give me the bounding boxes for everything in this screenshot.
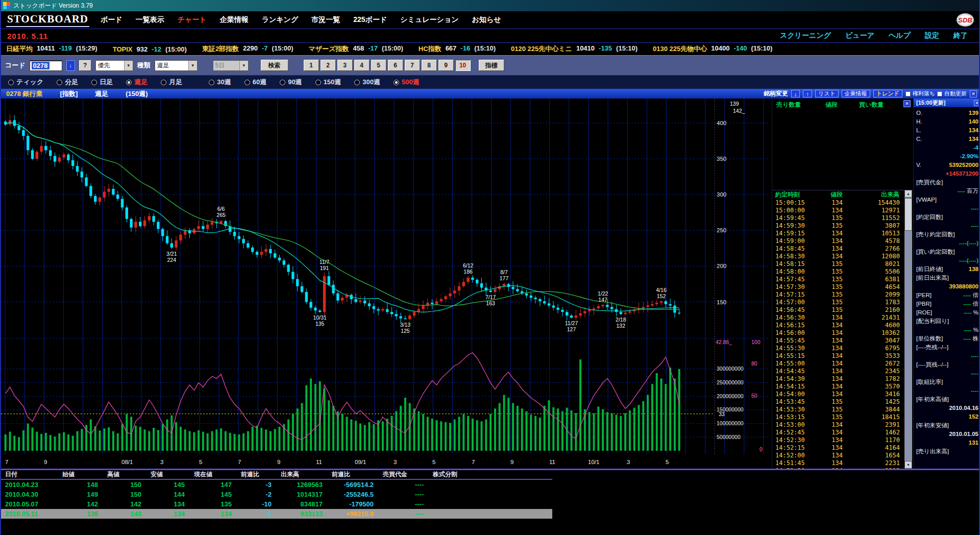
chart-page-button[interactable]: 3 — [337, 60, 353, 71]
history-table-header: 日付始値高値安値現在値前週比出来高前週比売買代金株式分割 — [1, 470, 552, 480]
timeframe-radio[interactable]: 30週 — [209, 78, 231, 87]
radio-icon[interactable] — [8, 80, 14, 85]
priority-dropdown[interactable]: 優先▼ — [95, 60, 133, 71]
header-checkbox[interactable]: 権利落ち — [905, 90, 935, 98]
code-input[interactable]: 0278 — [30, 60, 62, 71]
change-symbol-label[interactable]: 銘柄変更 — [764, 89, 788, 98]
symbol-down-button[interactable]: ↓ — [791, 90, 800, 98]
ticker-change: -16 — [460, 44, 470, 54]
chart-page-button[interactable]: 9 — [438, 60, 454, 71]
timeframe-radio[interactable]: 90週 — [280, 78, 302, 87]
svg-text:3: 3 — [160, 459, 163, 465]
radio-icon[interactable] — [244, 80, 250, 85]
radio-icon[interactable] — [57, 80, 62, 85]
ticker-item: 0120 225先中心ミニ10410-135(15:10) — [511, 44, 638, 54]
symbol-up-button[interactable]: ↑ — [803, 90, 812, 98]
menu-item[interactable]: チャート — [178, 15, 207, 25]
timeframe-radio[interactable]: 150週 — [315, 78, 341, 87]
order-panel-close-icon[interactable]: ✕ — [903, 100, 911, 107]
timeframe-radio[interactable]: 日足 — [91, 78, 113, 87]
dropdown-arrow-icon[interactable]: ▼ — [188, 61, 197, 70]
sub-link[interactable]: ビューア — [845, 31, 874, 40]
timeframe-radio[interactable]: 60週 — [244, 78, 266, 87]
chart-page-button[interactable]: 6 — [388, 60, 403, 71]
timeframe-radio[interactable]: 500週 — [394, 78, 420, 87]
menu-item[interactable]: ランキング — [262, 15, 299, 25]
search-button[interactable]: 検索 — [261, 60, 288, 71]
ticker-name: 東証2部指数 — [202, 44, 239, 54]
chart-page-button[interactable]: 1 — [304, 60, 319, 71]
sub-link[interactable]: スクリーニング — [780, 31, 831, 40]
exec-scrollbar[interactable]: ▲ ▼ — [904, 190, 912, 469]
timeframe-radio[interactable]: 週足 — [126, 78, 148, 87]
svg-text:400: 400 — [717, 120, 726, 126]
menu-item[interactable]: 一覧表示 — [136, 15, 164, 25]
dropdown-arrow-icon[interactable]: ▼ — [124, 61, 133, 70]
svg-text:3/13: 3/13 — [400, 322, 411, 328]
checkbox-icon[interactable] — [905, 91, 911, 96]
svg-text:10/1: 10/1 — [588, 459, 599, 465]
stats-row: [配当利回り]---- % — [916, 317, 978, 334]
execution-row: 14:52:301341170 — [772, 436, 905, 444]
timeframe-radio[interactable]: ティック — [8, 78, 43, 87]
sub-link[interactable]: ヘルプ — [889, 31, 911, 40]
radio-icon[interactable] — [91, 80, 97, 85]
svg-text:139: 139 — [730, 101, 739, 107]
chart-close-icon[interactable]: ✕ — [970, 90, 977, 98]
checkbox-icon[interactable] — [937, 91, 942, 96]
ticker-time: (15:00) — [272, 44, 293, 54]
menu-item[interactable]: ボード — [101, 15, 122, 25]
scroll-thumb[interactable] — [904, 198, 912, 231]
menu-item[interactable]: 市況一覧 — [311, 15, 340, 25]
menu-item[interactable]: お知らせ — [472, 15, 501, 25]
chart-page-button[interactable]: 5 — [371, 60, 386, 71]
radio-icon[interactable] — [354, 80, 360, 85]
execution-row: 14:56:451352160 — [772, 306, 905, 314]
menu-item[interactable]: 企業情報 — [220, 15, 249, 25]
history-row[interactable]: 2010.05.11136140134134-1933133+98315.9--… — [1, 509, 552, 519]
stats-row: [単位株数]---- 株 — [916, 334, 978, 343]
stats-row: [----買残--/--]---- — [916, 360, 978, 378]
menu-item[interactable]: 225ボード — [353, 15, 387, 25]
radio-icon[interactable] — [161, 80, 166, 85]
history-row[interactable]: 2010.04.30149150144145-21014317-255246.5… — [1, 490, 552, 499]
radio-icon[interactable] — [280, 80, 285, 85]
history-col-header: 前週比 — [237, 470, 277, 479]
period-dropdown[interactable]: 週足▼ — [155, 60, 198, 71]
timeframe-radio[interactable]: 分足 — [57, 78, 78, 87]
chart-page-button[interactable]: 4 — [354, 60, 370, 71]
code-spin-button[interactable]: ↓ — [66, 60, 75, 71]
radio-icon[interactable] — [209, 80, 214, 85]
radio-icon[interactable] — [126, 80, 132, 85]
chart-page-button[interactable]: 7 — [405, 60, 420, 71]
indicator-button[interactable]: 指標 — [479, 60, 504, 71]
annotations-layer: 3/212246/626510/3113511/71913/131256/121… — [166, 206, 667, 333]
scroll-down-icon[interactable]: ▼ — [904, 461, 912, 469]
ticker-value: 2290 — [243, 44, 258, 54]
chart-page-button[interactable]: 10 — [455, 60, 471, 71]
execution-row: 14:56:0013410362 — [772, 329, 905, 337]
svg-text:100000000: 100000000 — [717, 420, 744, 426]
scroll-up-icon[interactable]: ▲ — [904, 190, 912, 198]
list-button[interactable]: リスト — [815, 90, 839, 98]
svg-text:11: 11 — [549, 459, 555, 465]
execution-row: 14:59:301353807 — [772, 222, 905, 230]
timeframe-radio[interactable]: 月足 — [161, 78, 182, 87]
trend-button[interactable]: トレンド — [873, 90, 902, 98]
radio-icon[interactable] — [315, 80, 321, 85]
menu-item[interactable]: シミュレーション — [400, 15, 458, 25]
timeframe-radio[interactable]: 300週 — [354, 78, 380, 87]
history-row[interactable]: 2010.04.23148150145147-31269563-569514.2… — [1, 480, 552, 490]
corp-info-button[interactable]: 企業情報 — [842, 90, 870, 98]
svg-text:300: 300 — [717, 191, 726, 198]
chart-page-button[interactable]: 2 — [321, 60, 336, 71]
header-checkbox[interactable]: 自動更新 — [937, 90, 967, 98]
stats-close-icon[interactable]: ✕ — [974, 100, 980, 106]
sub-link[interactable]: 終了 — [953, 31, 968, 40]
stats-row: [前日出来高]393880800 — [916, 274, 978, 291]
chart-page-button[interactable]: 8 — [422, 60, 437, 71]
radio-icon[interactable] — [394, 80, 399, 85]
history-row[interactable]: 2010.05.07142142134135-10834817-179500--… — [1, 499, 552, 509]
help-button[interactable]: ? — [79, 60, 91, 71]
sub-link[interactable]: 設定 — [925, 31, 939, 40]
